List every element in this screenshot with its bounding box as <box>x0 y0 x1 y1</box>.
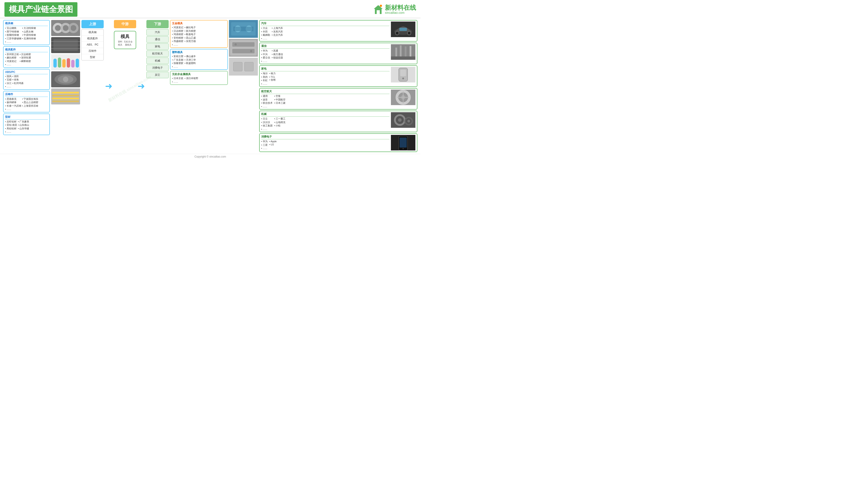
elec-1: • 华为 <box>261 140 268 143</box>
mm-8: • 新兴精密 <box>185 30 196 33</box>
logo-texts: 新材料在线 xincailiao.com <box>385 5 416 15</box>
ds-aero: 航空航天 <box>147 51 169 57</box>
aero-7: • 日本三菱 <box>274 102 286 105</box>
profile-item-5: • 广东豪美 <box>18 120 29 123</box>
mech-col2: • 三一重工 • 山地维克 • 小松 <box>274 117 286 131</box>
svg-rect-15 <box>62 59 66 68</box>
app-3: • 长虹 <box>261 79 268 82</box>
upstream-item-3: ABS、PC <box>82 42 103 48</box>
tel-1: • 华为 <box>261 49 270 52</box>
profile-title: 型材 <box>5 115 48 120</box>
steel-item-7: • 山西太钢 <box>22 30 36 33</box>
profile-col1: • 忠旺铝材 • 亚铝·南亚 • 凤铝铝材 • …… <box>5 120 17 133</box>
mech-7: • 小松 <box>274 124 286 127</box>
supply-box-profile: 型材 • 忠旺铝材 • 亚铝·南亚 • 凤铝铝材 • …… • 广东豪美 • 山… <box>3 113 50 135</box>
plastic-mold-col2: • 佛山诚丰 • 天津三华 • 联盛塑料 <box>185 55 196 68</box>
mm-2: • 汉达精密 <box>172 30 183 33</box>
metal-mold-panel: 五金模具 • 河源龙记 • 汉达精密 • 鸿准精密 • 安特精密 • 伟盛精密 … <box>170 20 228 48</box>
plastic-mold-body: • 富裕注塑 • 广东圣都 • 协隆塑胶 • …… • 佛山诚丰 • 天津三华 … <box>172 55 226 68</box>
photo-mech <box>391 112 415 128</box>
nm-2: • …… <box>172 80 183 83</box>
auto-content: 汽车 • 大众 • 丰田 • 戴姆勒 • …… • 上海汽车 • 东风汽车 • … <box>261 21 390 40</box>
plastic-mold-panel: 塑料模具 • 富裕注塑 • 广东圣都 • 协隆塑胶 • …… • 佛山诚丰 • … <box>170 49 228 70</box>
steel-item-8: • 中原特殊钢 <box>22 34 36 37</box>
tel-4: • …… <box>261 60 270 62</box>
steel-item-6: • 大冶特殊钢 <box>22 27 36 30</box>
svg-rect-48 <box>400 45 401 56</box>
ds-telecom: 通信 <box>147 36 169 43</box>
mm-7: • 赫比电子 <box>185 26 196 29</box>
svg-rect-16 <box>67 58 70 68</box>
casting-title: 压铸件 <box>5 92 48 97</box>
ds-other: 其它 <box>147 72 169 78</box>
tel-3: • 爱立信 <box>261 56 270 59</box>
mold-sub2: 无机非金属模具 <box>123 40 133 47</box>
aero-4: • …… <box>261 105 273 108</box>
elec-body: • 华为 • 三星 • …… • Apple • LG <box>261 140 390 150</box>
plastic-mold-col1: • 富裕注塑 • 广东圣都 • 协隆塑胶 • …… <box>172 55 183 68</box>
logo-area: 新材料在线 xincailiao.com <box>373 4 416 15</box>
aero-title: 航空航天 <box>261 90 390 94</box>
photo-appliance <box>391 67 415 83</box>
svg-point-44 <box>395 31 399 35</box>
parts-item-5: • 汉达精密 <box>20 53 31 56</box>
supply-box-abs: ABS/PC • 国风 • 宝硕 • 汾江 • …… • 清田 • 绿海 • 杜… <box>3 69 50 90</box>
abs-item-2: • 宝硕 <box>5 78 12 81</box>
ds-auto: 汽车 <box>147 29 169 36</box>
app-7: • 创维 <box>270 78 276 82</box>
profile-item-3: • 凤铝铝材 <box>5 127 17 130</box>
auto-7: • 北京汽车 <box>272 34 283 37</box>
midstream-stream-box: 中游 模具 塑料模具 无机非金属模具 <box>114 20 136 49</box>
abs-item-7: • 杜邦鸿基 <box>13 82 24 85</box>
auto-col2: • 上海汽车 • 东风汽车 • 北京汽车 <box>272 27 283 40</box>
svg-rect-69 <box>399 138 407 147</box>
abs-item-1: • 国风 <box>5 75 12 78</box>
casting-body: • 思德泰克 • 扬州嵘泰 • 长春一汽压铸 • …… • 宁波国合旭东 • 昆… <box>5 97 48 111</box>
supply-box-parts: 模具配件 • 苏州双之铨 • 赫比精密 • 河源龙记 • …… • 汉达精密 •… <box>3 46 50 68</box>
casting-item-1: • 思德泰克 <box>5 97 21 101</box>
nonmetal-col1: • 日本京瓷 • …… <box>172 77 183 83</box>
svg-rect-25 <box>52 95 79 96</box>
svg-point-22 <box>63 77 68 82</box>
app-2: • 美的 <box>261 75 268 79</box>
appliance-content: 家电 • 海尔 • 美的 • 长虹 • …… • 格力 • TCL • 创维 <box>261 67 390 85</box>
auto-1: • 大众 <box>261 27 270 30</box>
elec-col2: • Apple • LG <box>270 140 277 150</box>
arrow-1: ➜ <box>105 82 113 90</box>
parts-item-1: • 苏州双之铨 <box>5 53 19 56</box>
upstream-header: 上游 <box>82 20 104 28</box>
mech-2: • 沃尔沃 <box>261 121 273 124</box>
aero-body: • 通用 • 波音 • 联合技术 • …… • 空客 • 中国航空 • 日本三菱 <box>261 95 390 108</box>
casting-item-3: • 长春一汽压铸 <box>5 105 21 108</box>
supply-box-casting: 压铸件 • 思德泰克 • 扬州嵘泰 • 长春一汽压铸 • …… • 宁波国合旭东… <box>3 91 50 112</box>
pm-5: • 佛山诚丰 <box>185 55 196 58</box>
metal-mold-col1: • 河源龙记 • 汉达精密 • 鸿准精密 • 安特精密 • 伟盛精密 • …… <box>172 26 183 46</box>
arrow-2: ➜ <box>137 82 145 90</box>
upstream-stream-box: 上游 模具钢 模具配件 ABS、PC 压铸件 型材 <box>82 20 104 60</box>
infographic: 新材料在线 xincailiao.com 模具钢 • 宝山钢铁 • 西宁特殊钢 … <box>0 18 420 154</box>
svg-rect-49 <box>405 47 407 56</box>
tel-7: • 创远仪器 <box>272 56 283 59</box>
mold-sub: 塑料模具 无机非金属模具 <box>118 40 133 47</box>
center-mold: 模具 塑料模具 无机非金属模具 <box>114 31 136 49</box>
profile-item-2: • 亚铝·南亚 <box>5 124 17 127</box>
nonmetal-mold-panel: 无机非金属模具 • 日本京瓷 • …… • 清日本牧野 <box>170 71 228 85</box>
svg-point-45 <box>407 31 411 35</box>
steel-item-4: • 江苏华菱锡钢 <box>5 37 21 40</box>
nm-3: • 清日本牧野 <box>185 77 199 80</box>
steel-col1: • 宝山钢铁 • 西宁特殊钢 • 抚顺特殊钢 • 江苏华菱锡钢 • …… <box>5 27 21 43</box>
mech-body: • 日立 • 沃尔沃 • 徐工集团 • …… • 三一重工 • 山地维克 • 小… <box>261 117 390 131</box>
upstream-item-4: 压铸件 <box>82 48 103 54</box>
right-auto: 汽车 • 大众 • 丰田 • 戴姆勒 • …… • 上海汽车 • 东风汽车 • … <box>259 20 417 41</box>
right-machinery: 机械 • 日立 • 沃尔沃 • 徐工集团 • …… • 三一重工 • 山地维克 … <box>259 111 417 132</box>
auto-2: • 丰田 <box>261 30 270 33</box>
tel-6: • 南方通信 <box>272 53 283 56</box>
mech-content: 机械 • 日立 • 沃尔沃 • 徐工集团 • …… • 三一重工 • 山地维克 … <box>261 112 390 131</box>
svg-rect-46 <box>399 28 407 31</box>
appliance-col1: • 海尔 • 美的 • 长虹 • …… <box>261 72 268 85</box>
casting-col2: • 宁波国合旭东 • 昆山上达精密 • 上海雷祥压铸 <box>22 97 38 111</box>
mm-5: • 伟盛精密 <box>172 40 183 43</box>
mid-section: 五金模具 • 河源龙记 • 汉达精密 • 鸿准精密 • 安特精密 • 伟盛精密 … <box>170 20 258 152</box>
appliance-title: 家电 <box>261 67 390 71</box>
mm-6: • …… <box>172 43 183 46</box>
